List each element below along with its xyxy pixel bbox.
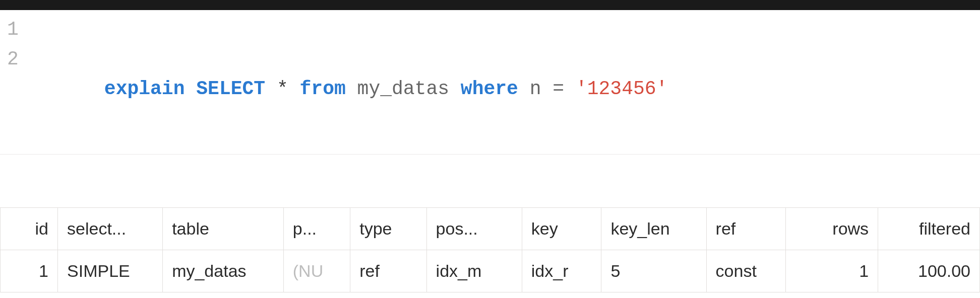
cell-id: 1 [1,250,58,292]
cell-key-len: 5 [601,250,706,292]
col-header-select-type[interactable]: select... [58,208,163,250]
cell-rows: 1 [786,250,878,292]
col-header-possible-keys[interactable]: pos... [426,208,522,250]
cell-possible-keys: idx_m [426,250,522,292]
cell-partitions: (NU [283,250,350,292]
col-header-table[interactable]: table [163,208,284,250]
table-header-row: id select... table p... type pos... key … [1,208,980,250]
col-header-id[interactable]: id [1,208,58,250]
col-header-partitions[interactable]: p... [283,208,350,250]
cell-table: my_datas [163,250,284,292]
cell-type: ref [350,250,426,292]
line-number: 1 [0,15,35,45]
cell-select-type: SIMPLE [58,250,163,292]
table-row[interactable]: 1 SIMPLE my_datas (NU ref idx_m idx_r 5 … [1,250,980,292]
code-content[interactable]: explain SELECT * from my_datas where n =… [35,45,667,134]
cell-ref: const [706,250,786,292]
code-line-1: 1 [0,15,980,45]
line-number: 2 [0,45,35,74]
cell-filtered: 100.00 [878,250,980,292]
col-header-key-len[interactable]: key_len [601,208,706,250]
titlebar-dark-strip [0,0,980,10]
col-header-key[interactable]: key [522,208,601,250]
col-header-rows[interactable]: rows [786,208,878,250]
result-table: id select... table p... type pos... key … [0,207,980,292]
col-header-ref[interactable]: ref [706,208,786,250]
editor-result-gap [0,155,980,207]
sql-editor[interactable]: 1 2 explain SELECT * from my_datas where… [0,10,980,155]
cell-key: idx_r [522,250,601,292]
code-line-2: 2 explain SELECT * from my_datas where n… [0,45,980,134]
col-header-type[interactable]: type [350,208,426,250]
col-header-filtered[interactable]: filtered [878,208,980,250]
